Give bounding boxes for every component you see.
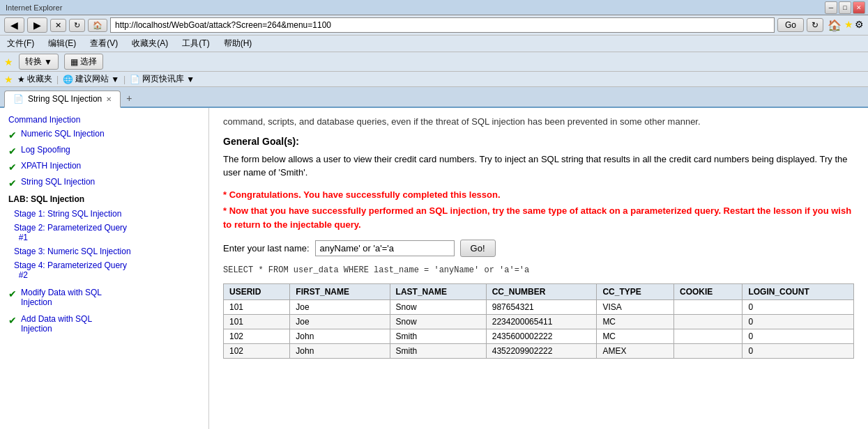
back-btn[interactable]: ◀ (4, 17, 24, 33)
check-add-icon: ✔ (8, 315, 17, 326)
sidebar-item-add: ✔ Add Data with SQLInjection (0, 312, 208, 336)
stage2-link[interactable]: Stage 2: Parameterized Query #1 (14, 223, 127, 242)
command-injection-link[interactable]: Command Injection (8, 115, 80, 125)
sidebar-item-string-sql: ✔ String SQL Injection (0, 175, 208, 191)
go-address-btn[interactable]: Go (777, 18, 804, 32)
add-data-link[interactable]: Add Data with SQLInjection (21, 314, 92, 334)
table-cell: 0 (743, 300, 854, 315)
table-cell: 2234200065411 (486, 315, 597, 329)
last-name-input[interactable] (315, 240, 455, 256)
table-cell: 102 (224, 329, 290, 344)
table-cell: 0 (743, 329, 854, 344)
settings-icon[interactable]: ⚙ (855, 19, 864, 32)
table-cell: Joe (290, 315, 390, 329)
top-bar: Internet Explorer ─ □ ✕ (0, 0, 868, 15)
table-cell (674, 300, 743, 315)
menu-favorites[interactable]: 收藏夹(A) (129, 37, 171, 50)
convert-btn[interactable]: 转换 ▼ (19, 54, 59, 70)
refresh-btn[interactable]: ↻ (69, 19, 85, 32)
log-spoofing-link[interactable]: Log Spoofing (21, 145, 70, 155)
table-cell (674, 344, 743, 359)
bookmark-suggest[interactable]: 🌐 建议网站 ▼ (63, 73, 119, 85)
star-fav-icon: ★ (4, 56, 13, 68)
tab-close-icon[interactable]: ✕ (106, 95, 112, 103)
table-cell: Smith (390, 329, 486, 344)
minimize-btn[interactable]: ─ (825, 1, 837, 14)
page-layout: Command Injection ✔ Numeric SQL Injectio… (0, 108, 868, 429)
separator-2: | (123, 75, 125, 84)
menu-view[interactable]: 查看(V) (87, 37, 121, 50)
lab-stage-3: Stage 3: Numeric SQL Injection (0, 245, 208, 258)
bookmark-news[interactable]: 📄 网页快讯库 ▼ (130, 73, 195, 85)
table-cell: AMEX (597, 344, 674, 359)
table-cell: 101 (224, 300, 290, 315)
close-btn[interactable]: ✕ (853, 1, 865, 14)
table-row: 102JohnSmith2435600002222MC0 (224, 329, 854, 344)
stage1-link[interactable]: Stage 1: String SQL Injection (14, 209, 121, 219)
stage4-link[interactable]: Stage 4: Parameterized Query #2 (14, 260, 127, 280)
check-string-sql-icon: ✔ (8, 178, 17, 189)
menu-help[interactable]: 帮助(H) (221, 37, 255, 50)
numeric-injection-link[interactable]: Numeric SQL Injection (21, 129, 105, 139)
star-icon[interactable]: ★ (844, 19, 853, 32)
xpath-injection-link[interactable]: XPATH Injection (21, 161, 81, 171)
sidebar-item-command: Command Injection (0, 114, 208, 127)
table-cell: 0 (743, 315, 854, 329)
maximize-btn[interactable]: □ (839, 1, 851, 14)
tab-bar: 📄 String SQL Injection ✕ + (0, 87, 868, 108)
table-cell: Smith (390, 344, 486, 359)
success-line-2: * Now that you have successfully perform… (223, 204, 854, 231)
bookmark-star-icon: ★ (17, 75, 25, 84)
sql-query-display: SELECT * FROM user_data WHERE last_name … (223, 265, 854, 275)
menu-bar: 文件(F) 编辑(E) 查看(V) 收藏夹(A) 工具(T) 帮助(H) (0, 36, 868, 52)
stage3-link[interactable]: Stage 3: Numeric SQL Injection (14, 247, 131, 256)
sidebar-item-log: ✔ Log Spoofing (0, 143, 208, 159)
go-button[interactable]: Go! (460, 240, 496, 257)
stop-btn[interactable]: ✕ (50, 19, 66, 32)
check-numeric-icon: ✔ (8, 130, 17, 141)
bookmarks-bar: ★ ★ 收藏夹 | 🌐 建议网站 ▼ | 📄 网页快讯库 ▼ (0, 72, 868, 87)
new-tab-btn[interactable]: + (121, 90, 137, 107)
sidebar-item-modify: ✔ Modify Data with SQLInjection (0, 286, 208, 309)
col-userid: USERID (224, 284, 290, 300)
active-tab[interactable]: 📄 String SQL Injection ✕ (4, 91, 121, 108)
menu-file[interactable]: 文件(F) (4, 37, 37, 50)
string-sql-link[interactable]: String SQL Injection (21, 177, 95, 187)
home-icon[interactable]: 🏠 (826, 19, 843, 32)
select-icon: ▦ (70, 57, 78, 67)
refresh-right-btn[interactable]: ↻ (807, 18, 823, 32)
menu-tools[interactable]: 工具(T) (179, 37, 212, 50)
table-header-row: USERID FIRST_NAME LAST_NAME CC_NUMBER CC… (224, 284, 854, 300)
select-btn[interactable]: ▦ 选择 (64, 54, 103, 70)
form-label: Enter your last name: (223, 243, 310, 254)
window-top-icons: 🏠 ★ ⚙ (826, 19, 864, 32)
star-bookmarks-icon: ★ (4, 74, 13, 85)
dropdown-icon: ▼ (44, 57, 52, 67)
form-area: Enter your last name: Go! (223, 240, 854, 257)
col-logincount: LOGIN_COUNT (743, 284, 854, 300)
table-row: 101JoeSnow2234200065411MC0 (224, 315, 854, 329)
check-modify-icon: ✔ (8, 288, 17, 299)
intro-text: command, scripts, and database queries, … (223, 115, 854, 129)
home-btn[interactable]: 🏠 (88, 19, 107, 32)
lab-stage-4: Stage 4: Parameterized Query #2 (0, 259, 208, 281)
table-cell: 0 (743, 344, 854, 359)
tab-title: String SQL Injection (28, 94, 102, 104)
address-input[interactable] (110, 17, 775, 33)
success-message: * Congratulations. You have successfully… (223, 188, 854, 232)
menu-edit[interactable]: 编辑(E) (45, 37, 79, 50)
table-cell (674, 315, 743, 329)
tab-page-icon: 📄 (13, 94, 24, 104)
separator-1: | (56, 75, 59, 84)
table-cell: Snow (390, 300, 486, 315)
lab-header: LAB: SQL Injection (0, 191, 208, 208)
result-table: USERID FIRST_NAME LAST_NAME CC_NUMBER CC… (223, 283, 854, 359)
table-row: 101JoeSnow987654321VISA0 (224, 300, 854, 315)
modify-data-link[interactable]: Modify Data with SQLInjection (21, 288, 102, 307)
suggest-icon: 🌐 (63, 75, 73, 84)
select-label: 选择 (80, 56, 97, 68)
table-cell: MC (597, 329, 674, 344)
col-firstname: FIRST_NAME (290, 284, 390, 300)
bookmark-favorites[interactable]: ★ 收藏夹 (17, 73, 52, 85)
forward-btn[interactable]: ▶ (27, 17, 47, 33)
